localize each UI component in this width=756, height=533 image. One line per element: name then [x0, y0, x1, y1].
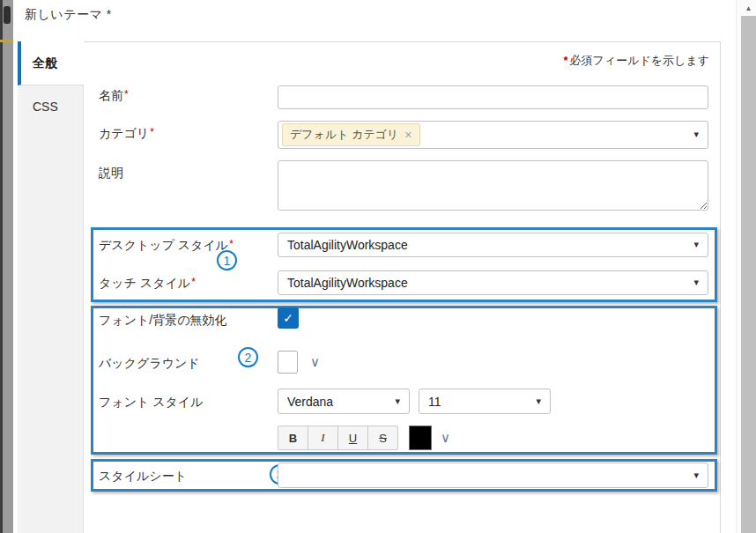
- font-color-chevron-down-icon[interactable]: ∨: [441, 431, 450, 444]
- required-fields-note: *必須フィールドを示します: [564, 53, 710, 69]
- background-chevron-down-icon[interactable]: ∨: [310, 355, 320, 368]
- touch-style-select[interactable]: TotalAgilityWorkspace ▾: [278, 270, 708, 295]
- required-note-text: 必須フィールドを示します: [570, 54, 709, 67]
- new-theme-dialog: 新しいテーマ * 全般 CSS *必須フィールドを示します 名前* カテゴリ* …: [0, 0, 756, 533]
- category-required-asterisk: *: [150, 126, 154, 138]
- font-style-label: フォント スタイル: [99, 395, 204, 411]
- bold-button[interactable]: B: [278, 426, 308, 450]
- tab-css-label: CSS: [33, 100, 58, 114]
- annotation-circle-1: 1: [217, 250, 237, 270]
- background-gold-line: [0, 40, 13, 42]
- dialog-surface: [13, 0, 736, 533]
- touch-style-label: タッチ スタイル*: [99, 276, 196, 292]
- tab-general-label: 全般: [33, 56, 57, 71]
- name-required-asterisk: *: [124, 88, 129, 100]
- tab-general[interactable]: 全般: [18, 41, 84, 85]
- dropdown-caret-icon[interactable]: ▾: [395, 396, 400, 406]
- background-page-strip: [0, 0, 13, 533]
- touch-style-required-asterisk: *: [191, 276, 196, 288]
- category-multiselect[interactable]: デフォルト カテゴリ × ▾: [278, 121, 708, 149]
- background-color-swatch[interactable]: [278, 351, 298, 374]
- italic-button[interactable]: I: [308, 426, 338, 450]
- background-page-glyph: [4, 6, 11, 24]
- underline-button[interactable]: U: [337, 426, 368, 450]
- dialog-title: 新しいテーマ *: [25, 7, 112, 23]
- strikethrough-button[interactable]: S: [367, 426, 398, 450]
- scroll-up-icon[interactable]: ▲: [741, 2, 756, 14]
- touch-style-value: TotalAgilityWorkspace: [278, 276, 408, 290]
- font-family-value: Verdana: [278, 395, 333, 409]
- name-label: 名前*: [99, 88, 129, 104]
- disable-font-bg-checkbox[interactable]: ✓: [278, 307, 299, 329]
- dropdown-caret-icon[interactable]: ▾: [693, 470, 699, 480]
- font-format-toolbar: B I U S: [278, 426, 398, 450]
- tab-column: [18, 85, 84, 533]
- background-label: バックグラウンド: [99, 356, 200, 372]
- category-tag: デフォルト カテゴリ ×: [282, 123, 420, 146]
- desktop-style-label: デスクトップ スタイル*: [99, 238, 233, 254]
- check-icon: ✓: [283, 311, 293, 325]
- font-color-swatch[interactable]: [409, 426, 432, 450]
- desktop-style-select[interactable]: TotalAgilityWorkspace ▾: [278, 233, 708, 257]
- dropdown-caret-icon[interactable]: ▾: [693, 130, 699, 139]
- stylesheet-label: スタイルシート: [99, 469, 187, 485]
- description-textarea[interactable]: [278, 160, 708, 211]
- vertical-scrollbar[interactable]: ▲: [736, 0, 756, 533]
- font-family-select[interactable]: Verdana ▾: [278, 389, 410, 414]
- dropdown-caret-icon[interactable]: ▾: [693, 278, 699, 287]
- description-label: 説明: [99, 166, 123, 181]
- category-tag-label: デフォルト カテゴリ: [290, 127, 398, 143]
- tab-css[interactable]: CSS: [18, 86, 84, 127]
- font-size-value: 11: [419, 395, 441, 409]
- category-tag-remove-icon[interactable]: ×: [404, 128, 411, 142]
- background-page-edge: [0, 0, 3, 533]
- desktop-style-required-asterisk: *: [229, 238, 233, 250]
- scrollbar-thumb[interactable]: [741, 16, 756, 533]
- required-asterisk: *: [564, 54, 568, 67]
- font-size-select[interactable]: 11 ▾: [419, 389, 551, 414]
- name-input[interactable]: [278, 85, 708, 109]
- dropdown-caret-icon[interactable]: ▾: [536, 396, 541, 406]
- category-label: カテゴリ*: [99, 126, 154, 142]
- stylesheet-select[interactable]: ▾: [278, 463, 708, 488]
- dropdown-caret-icon[interactable]: ▾: [693, 240, 699, 249]
- desktop-style-value: TotalAgilityWorkspace: [278, 238, 408, 252]
- disable-font-bg-label: フォント/背景の無効化: [99, 313, 227, 329]
- annotation-circle-2: 2: [238, 347, 258, 367]
